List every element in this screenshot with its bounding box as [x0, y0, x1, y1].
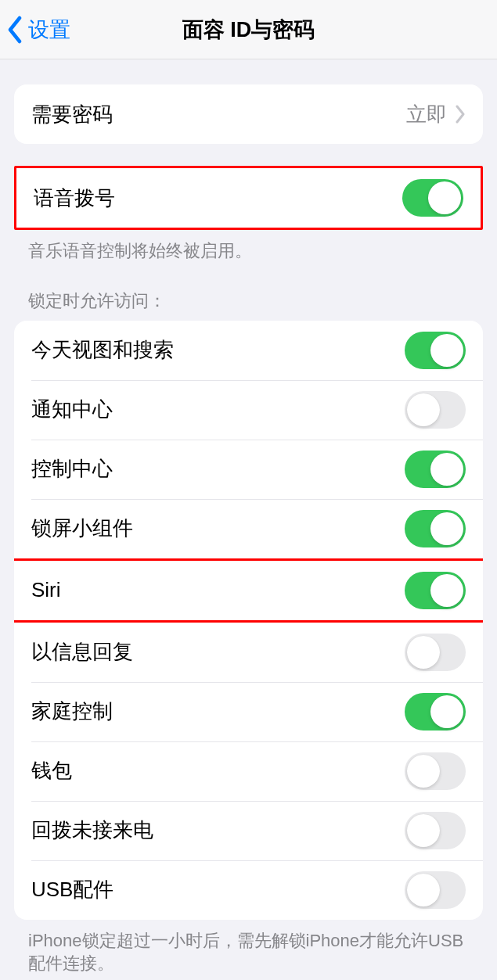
lock-access-row: USB配件 — [14, 860, 483, 920]
lock-access-row: 锁屏小组件 — [14, 499, 483, 558]
lock-access-footer: iPhone锁定超过一小时后，需先解锁iPhone才能允许USB配件连接。 — [0, 920, 497, 975]
lock-access-label: USB配件 — [31, 876, 405, 903]
lock-access-label: 以信息回复 — [31, 638, 405, 666]
toggle-knob — [407, 755, 440, 788]
lock-access-toggle[interactable] — [405, 693, 466, 731]
toggle-knob — [407, 814, 440, 847]
toggle-knob — [407, 636, 440, 669]
lock-access-label: 今天视图和搜索 — [31, 336, 405, 364]
toggle-knob — [430, 695, 463, 728]
lock-access-label: Siri — [31, 578, 405, 602]
lock-access-label: 回拨未接来电 — [31, 817, 405, 844]
back-button[interactable]: 设置 — [0, 16, 70, 44]
lock-access-label: 家庭控制 — [31, 698, 405, 725]
toggle-knob — [430, 334, 463, 367]
lock-access-label: 控制中心 — [31, 455, 405, 483]
require-passcode-value: 立即 — [406, 101, 447, 128]
voice-dial-footer: 音乐语音控制将始终被启用。 — [0, 230, 497, 263]
voice-dial-group: 语音拨号 — [16, 168, 481, 228]
lock-access-row: 控制中心 — [14, 440, 483, 499]
voice-dial-label: 语音拨号 — [34, 185, 402, 212]
back-label: 设置 — [28, 16, 70, 44]
lock-access-toggle[interactable] — [405, 572, 466, 609]
toggle-knob — [407, 874, 440, 906]
lock-access-header: 锁定时允许访问： — [0, 289, 497, 321]
lock-access-toggle[interactable] — [405, 752, 466, 790]
siri-highlight: Siri — [14, 558, 483, 623]
toggle-knob — [430, 512, 463, 545]
lock-access-toggle[interactable] — [405, 391, 466, 429]
page-title: 面容 ID与密码 — [0, 16, 497, 44]
require-passcode-row[interactable]: 需要密码 立即 — [14, 84, 483, 144]
toggle-knob — [428, 181, 461, 214]
lock-access-toggle[interactable] — [405, 451, 466, 488]
lock-access-row: 钱包 — [14, 741, 483, 801]
voice-dial-highlight: 语音拨号 — [14, 166, 483, 230]
lock-access-toggle[interactable] — [405, 812, 466, 849]
lock-access-row: 今天视图和搜索 — [14, 321, 483, 380]
chevron-right-icon — [455, 105, 466, 124]
voice-dial-row: 语音拨号 — [16, 168, 481, 228]
lock-access-group: 今天视图和搜索通知中心控制中心锁屏小组件Siri以信息回复家庭控制钱包回拨未接来… — [14, 321, 483, 920]
toggle-knob — [430, 574, 463, 607]
lock-access-row: 家庭控制 — [14, 682, 483, 741]
nav-header: 设置 面容 ID与密码 — [0, 0, 497, 59]
voice-dial-toggle[interactable] — [402, 179, 463, 217]
lock-access-toggle[interactable] — [405, 510, 466, 547]
lock-access-row: 以信息回复 — [14, 623, 483, 682]
require-passcode-label: 需要密码 — [31, 101, 406, 128]
lock-access-row: 通知中心 — [14, 380, 483, 440]
lock-access-label: 通知中心 — [31, 396, 405, 423]
lock-access-toggle[interactable] — [405, 634, 466, 671]
lock-access-toggle[interactable] — [405, 332, 466, 369]
require-passcode-group: 需要密码 立即 — [14, 84, 483, 144]
lock-access-label: 锁屏小组件 — [31, 515, 405, 542]
toggle-knob — [430, 453, 463, 486]
lock-access-toggle[interactable] — [405, 871, 466, 909]
lock-access-row: 回拨未接来电 — [14, 801, 483, 860]
toggle-knob — [407, 393, 440, 426]
lock-access-label: 钱包 — [31, 757, 405, 784]
lock-access-row: Siri — [14, 561, 483, 620]
chevron-left-icon — [6, 16, 23, 44]
